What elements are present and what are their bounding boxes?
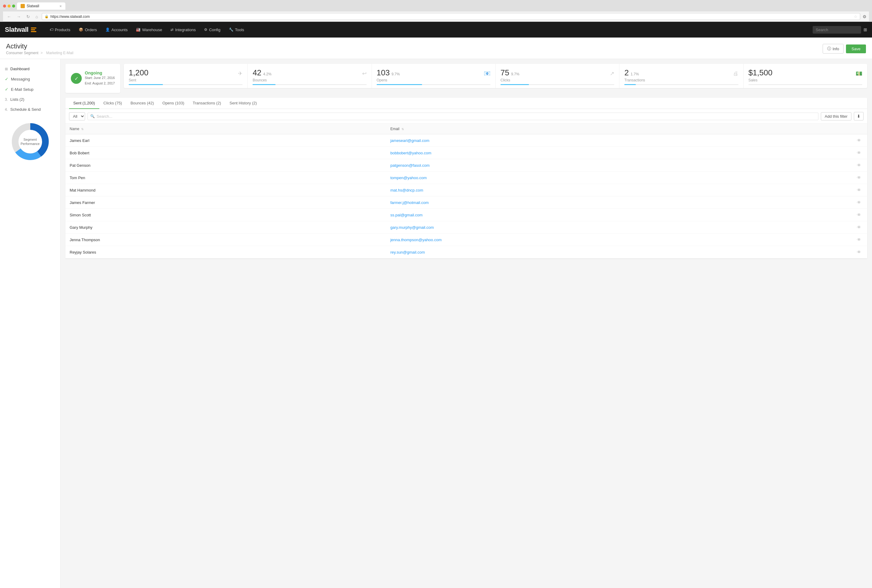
info-button-label: Info [833,46,839,51]
orders-icon: 📦 [79,27,83,32]
nav-warehouse[interactable]: 🏭 Warehouse [132,22,166,38]
segment-performance-chart: SegmentPerformance [9,120,51,163]
page-title: Activity [6,42,75,50]
tab-clicks[interactable]: Clicks (75) [99,98,126,109]
email-link[interactable]: rey.sun@gmail.com [390,250,425,255]
sent-bar [129,84,163,85]
opens-icon: 📧 [484,70,490,77]
view-button[interactable]: 👁 [855,212,863,218]
address-bar[interactable]: 🔒 https://www.slatwall.com ☆ [42,13,860,20]
nav-warehouse-label: Warehouse [142,27,162,32]
content-area: ✓ Ongoing Start: June 27, 2016 End: Augu… [60,59,872,588]
minimize-dot[interactable] [8,4,11,8]
email-link[interactable]: ss.pal@gmail.com [390,213,422,217]
view-button[interactable]: 👁 [855,175,863,181]
nav-accounts[interactable]: 👤 Accounts [101,22,132,38]
tab-sent-history[interactable]: Sent History (2) [225,98,261,109]
email-link[interactable]: mat.hs@dncp.com [390,188,423,192]
email-link[interactable]: gary.murphy@gmail.com [390,225,434,230]
metric-clicks-label: Clicks [501,78,614,82]
row-name: James Earl [65,134,386,147]
view-button[interactable]: 👁 [855,200,863,206]
filter-select[interactable]: All [69,112,85,120]
email-link[interactable]: farmer.j@hotmail.com [390,200,429,205]
email-link[interactable]: patgenson@fasol.com [390,163,430,168]
url-text: https://www.slatwall.com [50,15,90,19]
tab-transactions[interactable]: Transactions (2) [189,98,225,109]
email-link[interactable]: jenna.thompson@yahoo.com [390,237,442,242]
segment-performance-label: SegmentPerformance [21,138,40,146]
status-metrics-section: ✓ Ongoing Start: June 27, 2016 End: Augu… [65,64,867,93]
browser-settings-icon[interactable]: ⚙ [863,14,866,19]
save-button[interactable]: Save [846,45,866,53]
metric-clicks-value: 75 [501,68,509,78]
close-dot[interactable] [3,4,6,8]
config-icon: ⚙ [204,27,207,32]
table-search-input[interactable] [96,114,816,118]
sidebar-item-messaging[interactable]: ✓ Messaging [0,74,60,84]
col-name[interactable]: Name ⇅ [65,124,386,134]
refresh-button[interactable]: ↻ [25,14,32,20]
nav-config[interactable]: ⚙ Config [200,22,225,38]
row-email: bobbobert@yahoo.com [386,147,787,159]
logo[interactable]: Slatwall [5,26,36,34]
row-name: James Farmer [65,196,386,209]
nav-tools[interactable]: 🔧 Tools [225,22,248,38]
sidebar-item-schedule[interactable]: 4. Schedule & Send [0,104,60,114]
nav-orders[interactable]: 📦 Orders [75,22,101,38]
row-email: rey.sun@gmail.com [386,246,787,258]
row-actions: 👁 [787,134,867,147]
sidebar-item-email-setup[interactable]: ✓ E-Mail Setup [0,84,60,94]
back-button[interactable]: ← [6,14,13,20]
metric-opens: 103 9.7% 📧 Opens [372,64,496,88]
email-link[interactable]: tompen@yahoo.com [390,176,427,180]
tabs: Sent (1,200) Clicks (75) Bounces (42) Op… [65,98,867,109]
tab-sent[interactable]: Sent (1,200) [69,98,99,109]
view-button[interactable]: 👁 [855,249,863,255]
table-row: Bob Bobert bobbobert@yahoo.com 👁 [65,147,867,159]
sidebar-item-lists[interactable]: 3. Lists (2) [0,94,60,104]
email-link[interactable]: bobbobert@yahoo.com [390,151,431,155]
row-name: Tom Pen [65,172,386,184]
info-button[interactable]: ⓘ Info [822,44,844,54]
app-container: Slatwall 🏷 Products 📦 Orders 👤 Accounts … [0,22,872,588]
nav-search-button[interactable]: ⊞ [863,27,867,32]
tab-close-icon[interactable]: ✕ [59,4,62,8]
breadcrumb-parent[interactable]: Consumer Segment [6,51,38,55]
metric-sales-label: Sales [749,78,862,82]
home-button[interactable]: ⌂ [34,14,39,20]
nav-products-label: Products [55,27,70,32]
nav-integrations[interactable]: ⇄ Integrations [166,22,200,38]
view-button[interactable]: 👁 [855,150,863,156]
tab-opens[interactable]: Opens (103) [158,98,188,109]
metric-bounces-pct: 4.2% [263,72,271,76]
view-button[interactable]: 👁 [855,224,863,230]
lock-icon: 🔒 [45,15,49,18]
forward-button[interactable]: → [15,14,23,20]
metric-bounces-label: Bounces [253,78,366,82]
col-email[interactable]: Email ⇅ [386,124,787,134]
view-button[interactable]: 👁 [855,237,863,243]
view-button[interactable]: 👁 [855,187,863,193]
breadcrumb: Consumer Segment > Marketing E-Mail [6,51,75,55]
view-button[interactable]: 👁 [855,137,863,144]
bookmark-icon[interactable]: ☆ [854,14,857,19]
sidebar-item-dashboard[interactable]: ⊞ Dashboard [0,64,60,74]
row-email: jenna.thompson@yahoo.com [386,234,787,246]
nav-search-input[interactable] [813,26,861,34]
row-email: gary.murphy@gmail.com [386,221,787,234]
download-button[interactable]: ⬇ [854,112,863,120]
browser-tab[interactable]: Slatwall ✕ [17,2,65,10]
view-button[interactable]: 👁 [855,162,863,168]
breadcrumb-separator: > [41,51,44,55]
metric-transactions-label: Transactions [624,78,738,82]
maximize-dot[interactable] [12,4,15,8]
add-filter-button[interactable]: Add this filter [821,112,851,120]
nav-orders-label: Orders [85,27,97,32]
nav-products[interactable]: 🏷 Products [45,22,75,38]
tab-bounces[interactable]: Bounces (42) [126,98,158,109]
email-link[interactable]: jamesearl@gmail.com [390,138,429,143]
nav-search: ⊞ [813,26,867,34]
status-info: Ongoing Start: June 27, 2016 End: August… [85,70,115,86]
metric-opens-value: 103 [377,68,390,78]
